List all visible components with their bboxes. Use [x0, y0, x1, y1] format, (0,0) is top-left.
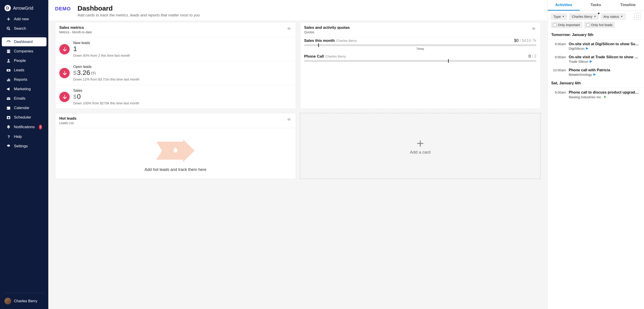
page-subtitle: Add cards to track the metrics, leads an… [78, 13, 200, 18]
sidebar-item-label: Dashboard [14, 40, 32, 44]
sales-metrics-card: Sales metrics Metrics - Month-to-date Ne… [55, 22, 296, 109]
calendar-icon [6, 106, 11, 110]
sidebar-item-leads[interactable]: Leads [2, 66, 46, 75]
sidebar-item-notifications[interactable]: Notifications 3 [2, 122, 46, 132]
filter-active-dot [598, 13, 600, 14]
notification-badge: 3 [39, 125, 42, 130]
sidebar-user[interactable]: Charles Berry [0, 295, 48, 307]
svg-point-8 [8, 70, 9, 71]
content: DEMO Dashboard Add cards to track the me… [48, 0, 548, 309]
card-title: Hot leads [59, 116, 76, 121]
metric-label: New leads [73, 41, 130, 45]
card-settings-icon[interactable] [285, 26, 292, 32]
sidebar-item-label: Help [14, 135, 22, 139]
activity-item[interactable]: 9:00am On-site visit at Trade Silicon to… [548, 53, 644, 66]
card-settings-icon[interactable] [285, 116, 292, 123]
card-title: Sales and activity quotas [304, 26, 350, 30]
activity-title: On-site visit at DigiSilicon to show Su… [569, 42, 640, 46]
quota-row[interactable]: Sales this monthCharles Berry $0 / $416.… [300, 37, 541, 53]
svg-rect-9 [7, 80, 8, 81]
checkbox[interactable] [586, 23, 590, 27]
svg-point-6 [8, 59, 10, 61]
plus-icon: + [416, 137, 424, 150]
sidebar-item-dashboard[interactable]: Dashboard [2, 37, 46, 46]
activity-item[interactable]: 10:00am Phone call with Patricia Betatec… [548, 66, 644, 79]
hot-leads-empty[interactable]: Add hot leads and track them here [55, 128, 296, 179]
main: DEMO Dashboard Add cards to track the me… [48, 0, 644, 309]
checkbox[interactable] [553, 23, 556, 27]
sidebar-item-label: Marketing [14, 87, 31, 91]
quota-name: Phone Call [304, 54, 324, 59]
sidebar-item-calendar[interactable]: Calendar [2, 103, 46, 112]
svg-rect-4 [8, 51, 8, 52]
sidebar-item-people[interactable]: People [2, 56, 46, 65]
sidebar-item-settings[interactable]: Settings [2, 142, 46, 151]
metric-row[interactable]: New leads 1 Down 50% from 2 this time la… [55, 37, 296, 61]
sidebar-item-label: Emails [14, 96, 26, 101]
scheduler-icon [6, 115, 11, 120]
activity-item[interactable]: 9:00am Phone call to discuss product upg… [548, 88, 644, 101]
sidebar-item-reports[interactable]: Reports [2, 75, 46, 84]
gear-icon [6, 144, 11, 148]
sidebar-add-label: Add new [14, 17, 29, 21]
flame-arrow-icon [156, 139, 194, 162]
sidebar-item-emails[interactable]: Emails [2, 94, 46, 103]
activity-company: DigiSilicon [569, 47, 640, 50]
svg-point-18 [8, 128, 9, 129]
sidebar-item-label: Notifications [14, 125, 35, 129]
activity-time: 9:00am [551, 90, 566, 99]
filter-status[interactable]: Any status▼ [601, 13, 626, 20]
chevron-down-icon: ▼ [620, 15, 623, 18]
filter-person[interactable]: Charles Berry▼ [569, 13, 599, 20]
divider [4, 293, 45, 293]
flag-icon [586, 47, 588, 50]
quota-value: 0 / 2 [528, 54, 536, 59]
card-settings-icon[interactable] [530, 26, 536, 32]
card-subtitle: Quotas [304, 30, 350, 34]
building-icon [6, 49, 11, 54]
filter-only-important[interactable]: Only important [551, 22, 582, 28]
expand-panel-button[interactable]: ⛶ [634, 13, 641, 20]
sidebar-item-help[interactable]: ? Help [2, 132, 46, 141]
metric-sub: Down 100% from $275k this time last mont… [73, 101, 139, 105]
panel-tabs: Activities Tasks Timeline [548, 0, 644, 11]
avatar [4, 298, 11, 304]
demo-badge: DEMO [55, 5, 71, 12]
sidebar-item-label: Companies [14, 49, 33, 54]
add-card-button[interactable]: + Add a card [300, 113, 541, 179]
money-icon [6, 68, 11, 72]
hot-leads-text: Add hot leads and track them here [60, 167, 291, 172]
sidebar-item-label: Calendar [14, 106, 30, 110]
sidebar-item-marketing[interactable]: Marketing [2, 85, 46, 94]
svg-rect-3 [9, 50, 10, 51]
svg-rect-11 [9, 79, 10, 81]
filter-type[interactable]: Type▼ [551, 13, 567, 20]
card-title: Sales metrics [59, 26, 92, 30]
quota-row[interactable]: Phone CallCharles Berry 0 / 2 [300, 53, 541, 65]
tab-timeline[interactable]: Timeline [612, 0, 644, 11]
sidebar-search[interactable]: Search [2, 24, 46, 33]
metric-row[interactable]: Open leads $3.26m Down 12% from $3.72m t… [55, 61, 296, 85]
tab-tasks[interactable]: Tasks [580, 0, 612, 11]
card-subtitle: Leads List [59, 121, 76, 125]
sidebar-add-new[interactable]: Add new [2, 15, 46, 24]
person-icon [6, 59, 11, 63]
activity-item[interactable]: 9:00am On-site visit at DigiSilicon to s… [548, 40, 644, 53]
sidebar-item-companies[interactable]: Companies [2, 47, 46, 56]
quota-person: Charles Berry [336, 39, 357, 43]
down-arrow-icon [59, 92, 70, 102]
svg-text:?: ? [8, 135, 10, 139]
sidebar-item-scheduler[interactable]: Scheduler [2, 113, 46, 122]
plus-icon [6, 17, 11, 21]
sidebar-item-label: Settings [14, 144, 28, 148]
metric-value: $3.26m [73, 69, 139, 77]
metric-value: $0 [73, 93, 139, 100]
metric-sub: Down 50% from 2 this time last month [73, 54, 130, 57]
metric-row[interactable]: Sales $0 Down 100% from $275k this time … [55, 85, 296, 109]
quota-bar [304, 44, 536, 46]
tab-activities[interactable]: Activities [548, 0, 580, 11]
metric-value: 1 [73, 45, 130, 53]
filter-only-hot[interactable]: Only hot leads [584, 22, 615, 28]
app-logo[interactable]: D ArrowGrid [0, 2, 48, 15]
down-arrow-icon [59, 44, 70, 55]
